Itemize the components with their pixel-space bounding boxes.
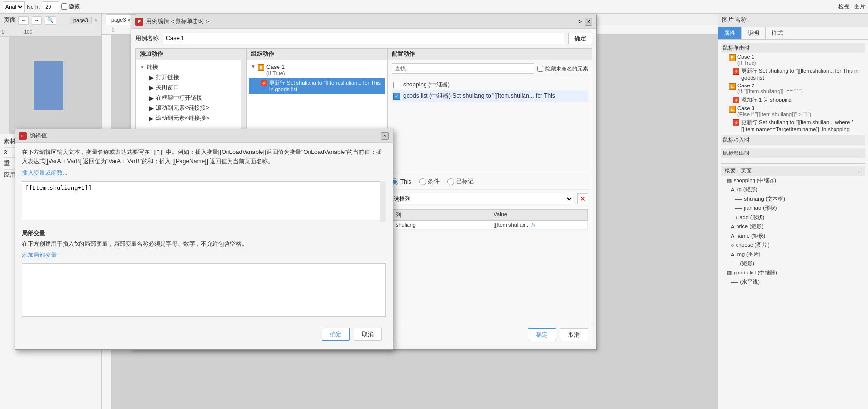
action-scroll-to[interactable]: ▶ 滚动到元素<链接接> bbox=[138, 103, 239, 113]
radio-this-label: This bbox=[400, 178, 411, 185]
page3-tab-close[interactable]: × bbox=[95, 17, 98, 23]
summary-filter-icon[interactable]: ≡ bbox=[858, 168, 861, 174]
edit-desc: 在下方编辑区输入文本，变量名称或表达式要写在 "[["]]" 中。例如：插入变量… bbox=[22, 148, 386, 166]
action-group-link-header[interactable]: ▼ 链接 bbox=[138, 62, 239, 72]
nav-search-btn[interactable]: 🔍 bbox=[45, 16, 56, 25]
case3-row[interactable]: E Case 3 (Else if "[[Item.shuliang]]" > … bbox=[721, 104, 865, 118]
del-icon: ✕ bbox=[580, 195, 586, 203]
col-select[interactable]: 选择列 bbox=[392, 193, 573, 204]
goodslist-label: goods list (中继器) Set shuliang to "[[Item… bbox=[403, 92, 555, 100]
case1-action1-text: 更新行 Set shuliang to "[[Item.shulian... f… bbox=[741, 68, 863, 81]
hide-unnamed-checkbox[interactable] bbox=[537, 66, 543, 72]
organize-case1[interactable]: ▼ E Case 1 (If True) bbox=[249, 62, 385, 78]
local-var-desc: 在下方创建用于插入fx的局部变量，局部变量名称必须是字母、数字，不允许包含空格。 bbox=[22, 239, 386, 248]
goodslist-checkbox[interactable]: ✓ bbox=[393, 93, 400, 100]
radio-this[interactable]: This bbox=[392, 178, 411, 185]
h-value-input[interactable] bbox=[42, 1, 59, 12]
hide-unnamed-label[interactable]: 隐藏未命名的元素 bbox=[537, 65, 588, 72]
config-table-row1[interactable]: shuliang [[Item.shulian... fx bbox=[392, 221, 588, 230]
config-ok-btn[interactable]: 确定 bbox=[528, 328, 556, 341]
local-var-title: 局部变量 bbox=[22, 229, 386, 238]
config-item-shopping[interactable]: shopping (中继器) bbox=[392, 79, 588, 90]
edit-ok-btn[interactable]: 确定 bbox=[322, 328, 350, 341]
action-close-window[interactable]: ▶ 关闭窗口 bbox=[138, 83, 239, 93]
nav-back-btn[interactable]: ← bbox=[18, 16, 29, 25]
add-condition-btn[interactable]: 确定 bbox=[568, 33, 592, 44]
event-label-mousein: 鼠标移入时 bbox=[721, 135, 865, 145]
tab-description[interactable]: 说明 bbox=[742, 27, 766, 39]
action-open-link[interactable]: ▶ 打开链接 bbox=[138, 72, 239, 83]
case2-row[interactable]: E Case 2 (If "[[Item.shuliang]]" == "1") bbox=[721, 82, 865, 95]
right-arrow5-icon: ▶ bbox=[149, 115, 154, 122]
fx-link[interactable]: fx bbox=[531, 222, 536, 228]
shopping-checkbox[interactable] bbox=[393, 82, 400, 88]
hide-unnamed-text: 隐藏未命名的元素 bbox=[545, 65, 588, 72]
col-header-col: 列 bbox=[392, 210, 490, 220]
tree-img[interactable]: Aimg (图片) bbox=[721, 250, 865, 259]
case2-icon: E bbox=[729, 83, 736, 90]
main-dialog-close[interactable]: × bbox=[585, 18, 592, 26]
case2-action1[interactable]: ⚡ 添加行 1 为 shopping bbox=[721, 95, 865, 104]
edit-textarea-container: [[Item.shuliang+1]] bbox=[22, 181, 386, 222]
config-search-row: 隐藏未命名的元素 bbox=[388, 60, 592, 77]
tree-hline[interactable]: ──(水平线) bbox=[721, 277, 865, 287]
edit-textarea-scrollbar[interactable] bbox=[380, 181, 386, 222]
config-table: 列 Value shuliang [[Item.shulian... fx bbox=[392, 209, 588, 230]
edit-cancel-btn[interactable]: 取消 bbox=[354, 328, 382, 341]
radio-marked-circle[interactable] bbox=[447, 178, 454, 185]
col-select-row: 选择列 ✕ bbox=[388, 189, 592, 207]
summary-header: 概要：页面 ≡ bbox=[721, 166, 865, 176]
tree-shuliang[interactable]: ──shuliang (文本框) bbox=[721, 194, 865, 204]
tree-shopping[interactable]: ▦ shopping (中继器) bbox=[721, 176, 865, 185]
tab-style[interactable]: 样式 bbox=[766, 27, 789, 39]
panel-divider bbox=[721, 163, 865, 164]
edit-value-close[interactable]: × bbox=[381, 132, 389, 140]
config-item-goodslist[interactable]: ✓ goods list (中继器) Set shuliang to "[[It… bbox=[392, 90, 588, 102]
ruler-preview: 0 100 bbox=[0, 27, 101, 37]
case1-action1[interactable]: ⚡ 更新行 Set shuliang to "[[Item.shulian...… bbox=[721, 67, 865, 82]
row1-value[interactable]: [[Item.shulian... fx bbox=[490, 221, 588, 229]
del-col-btn[interactable]: ✕ bbox=[577, 193, 588, 204]
organize-case1-arrow: ▼ bbox=[251, 64, 256, 69]
tree-choose[interactable]: ○choose (图片） bbox=[721, 240, 865, 250]
page3-tab[interactable]: page3 bbox=[70, 17, 92, 24]
radio-marked[interactable]: 已标记 bbox=[447, 177, 474, 186]
right-arrow3-icon: ▶ bbox=[149, 95, 154, 102]
tree-name[interactable]: Aname (矩形) bbox=[721, 231, 865, 240]
tree-jianhao[interactable]: ──jianhao (形状) bbox=[721, 204, 865, 213]
h-label: h: bbox=[35, 4, 40, 10]
tree-price[interactable]: Aprice (矩形) bbox=[721, 222, 865, 231]
event-label-click: 鼠标单击时 bbox=[721, 43, 865, 53]
add-local-var-link[interactable]: 添加局部变量 bbox=[22, 251, 57, 259]
tab-properties[interactable]: 属性 bbox=[718, 27, 742, 39]
case3-action1-icon: ⚡ bbox=[733, 119, 739, 126]
main-dialog-titlebar: E 用例编辑＜鼠标单击时＞ > × bbox=[131, 15, 596, 29]
case1-icon: E bbox=[729, 54, 736, 61]
case3-action1[interactable]: ⚡ 更新行 Set shuliang to "[[Item.shulian...… bbox=[721, 118, 865, 133]
edit-textarea[interactable]: [[Item.shuliang+1]] bbox=[22, 181, 386, 220]
tree-add[interactable]: +add (形状) bbox=[721, 213, 865, 222]
tree-kg[interactable]: Akg (矩形) bbox=[721, 185, 865, 194]
radio-condition[interactable]: 条件 bbox=[419, 177, 440, 186]
radio-condition-circle[interactable] bbox=[419, 178, 426, 185]
scroll-to-label: 滚动到元素<链接接> bbox=[156, 104, 209, 112]
case1-row[interactable]: E Case 1 (If True) bbox=[721, 53, 865, 67]
action-scroll-to2[interactable]: ▶ 滚动到元素<链接接> bbox=[138, 113, 239, 123]
config-cancel-btn[interactable]: 取消 bbox=[560, 328, 588, 341]
tree-rect[interactable]: ──(矩形) bbox=[721, 259, 865, 268]
organize-case1-action1[interactable]: ⚡ 更新行 Set shuliang to "[[Item.shulian...… bbox=[249, 78, 385, 94]
summary-section: 概要：页面 ≡ ▦ shopping (中继器) Akg (矩形) ──shul… bbox=[721, 166, 865, 287]
insert-var-link[interactable]: 插入变量或函数... bbox=[22, 169, 386, 177]
hide-checkbox[interactable] bbox=[61, 3, 67, 10]
hide-checkbox-label[interactable]: 隐藏 bbox=[61, 3, 80, 10]
tree-goods-list[interactable]: ▦goods list (中继器) bbox=[721, 268, 865, 277]
config-search-input[interactable] bbox=[392, 63, 534, 74]
nav-forward-btn[interactable]: → bbox=[32, 16, 42, 25]
radio-condition-label: 条件 bbox=[428, 177, 440, 186]
local-var-textarea[interactable] bbox=[22, 263, 386, 317]
main-dialog-title: 用例编辑＜鼠标单击时＞ bbox=[146, 17, 575, 26]
font-family-select[interactable]: Arial bbox=[3, 1, 25, 12]
right-arrow2-icon: ▶ bbox=[149, 85, 154, 91]
action-open-in-frame[interactable]: ▶ 在框架中打开链接 bbox=[138, 93, 239, 103]
case-name-input[interactable] bbox=[163, 33, 564, 44]
